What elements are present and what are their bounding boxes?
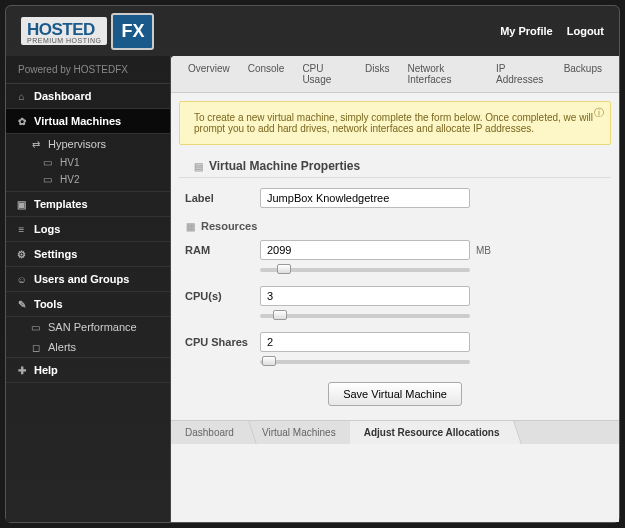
sidebar: Powered by HOSTEDFX ⌂Dashboard ✿Virtual …	[6, 56, 171, 522]
subsection-text: Resources	[201, 220, 257, 232]
home-icon: ⌂	[16, 91, 27, 102]
subsection-resources: ▦ Resources	[185, 214, 605, 234]
monitor-icon: ▭	[42, 157, 53, 168]
nav-label: Alerts	[48, 341, 76, 353]
my-profile-link[interactable]: My Profile	[500, 25, 553, 37]
cpu-slider[interactable]	[260, 314, 470, 318]
cpushares-slider[interactable]	[260, 360, 470, 364]
cpushares-label: CPU Shares	[185, 336, 260, 348]
cpu-label: CPU(s)	[185, 290, 260, 302]
nav-alerts[interactable]: ◻Alerts	[6, 337, 170, 358]
ram-label: RAM	[185, 244, 260, 256]
nav-virtual-machines[interactable]: ✿Virtual Machines	[6, 109, 170, 134]
main-panel: Overview Console CPU Usage Disks Network…	[171, 56, 619, 522]
ram-slider-row	[185, 266, 605, 280]
ram-slider-thumb[interactable]	[277, 264, 291, 274]
cpushares-slider-row	[185, 358, 605, 372]
nav-label: Settings	[34, 248, 77, 260]
gear-icon: ✿	[16, 116, 27, 127]
cpu-slider-thumb[interactable]	[273, 310, 287, 320]
logo-text-bottom: PREMIUM HOSTING	[27, 37, 101, 44]
logo: HOSTED PREMIUM HOSTING FX	[21, 13, 154, 50]
save-row: Save Virtual Machine	[185, 372, 605, 416]
logout-link[interactable]: Logout	[567, 25, 604, 37]
section-title-text: Virtual Machine Properties	[209, 159, 360, 173]
tab-backups[interactable]: Backups	[555, 56, 611, 92]
template-icon: ▣	[16, 199, 27, 210]
tab-disks[interactable]: Disks	[356, 56, 398, 92]
nav-label: Templates	[34, 198, 88, 210]
logo-fx: FX	[111, 13, 154, 50]
label-input[interactable]	[260, 188, 470, 208]
settings-icon: ⚙	[16, 249, 27, 260]
row-cpushares: CPU Shares	[185, 326, 605, 358]
cpushares-input[interactable]	[260, 332, 470, 352]
cpu-input[interactable]	[260, 286, 470, 306]
notice-text: To create a new virtual machine, simply …	[194, 112, 593, 134]
chart-icon: ▭	[30, 322, 41, 333]
breadcrumb-vm[interactable]: Virtual Machines	[248, 421, 350, 444]
monitor-icon: ▭	[42, 174, 53, 185]
nav-dashboard[interactable]: ⌂Dashboard	[6, 84, 170, 109]
info-icon: ⓘ	[594, 106, 604, 120]
nav-label: Tools	[34, 298, 63, 310]
ram-slider[interactable]	[260, 268, 470, 272]
breadcrumb: Dashboard Virtual Machines Adjust Resour…	[171, 420, 619, 444]
label-label: Label	[185, 192, 260, 204]
breadcrumb-adjust[interactable]: Adjust Resource Allocations	[350, 421, 514, 444]
tab-cpu-usage[interactable]: CPU Usage	[293, 56, 356, 92]
users-icon: ☺	[16, 274, 27, 285]
row-cpu: CPU(s)	[185, 280, 605, 312]
header: HOSTED PREMIUM HOSTING FX My Profile Log…	[6, 6, 619, 56]
section-properties: ▤ Virtual Machine Properties	[179, 153, 611, 178]
resources-icon: ▦	[185, 221, 196, 232]
tab-ip[interactable]: IP Addresses	[487, 56, 555, 92]
tab-network[interactable]: Network Interfaces	[398, 56, 486, 92]
powered-by: Powered by HOSTEDFX	[6, 56, 170, 84]
user-links: My Profile Logout	[500, 25, 604, 37]
nav-help[interactable]: ✚Help	[6, 358, 170, 383]
form: Label ▦ Resources RAM MB CPU(s)	[171, 178, 619, 420]
alert-icon: ◻	[30, 342, 41, 353]
row-ram: RAM MB	[185, 234, 605, 266]
nav: ⌂Dashboard ✿Virtual Machines ⇄Hypervisor…	[6, 84, 170, 383]
nav-label: Dashboard	[34, 90, 91, 102]
nav-label: Logs	[34, 223, 60, 235]
nav-tools[interactable]: ✎Tools	[6, 292, 170, 317]
nav-hv2[interactable]: ▭HV2	[6, 171, 170, 192]
logo-hosted: HOSTED PREMIUM HOSTING	[21, 17, 107, 45]
tools-icon: ✎	[16, 299, 27, 310]
help-icon: ✚	[16, 365, 27, 376]
breadcrumb-dashboard[interactable]: Dashboard	[171, 421, 248, 444]
tab-console[interactable]: Console	[239, 56, 294, 92]
logs-icon: ≡	[16, 224, 27, 235]
cpu-slider-row	[185, 312, 605, 326]
ram-input[interactable]	[260, 240, 470, 260]
nav-label: Help	[34, 364, 58, 376]
nav-hv1[interactable]: ▭HV1	[6, 154, 170, 171]
link-icon: ⇄	[30, 139, 41, 150]
nav-hypervisors[interactable]: ⇄Hypervisors	[6, 134, 170, 154]
nav-san[interactable]: ▭SAN Performance	[6, 317, 170, 337]
nav-users[interactable]: ☺Users and Groups	[6, 267, 170, 292]
nav-label: Virtual Machines	[34, 115, 121, 127]
nav-label: SAN Performance	[48, 321, 137, 333]
tabs: Overview Console CPU Usage Disks Network…	[171, 56, 619, 93]
ram-unit: MB	[476, 245, 491, 256]
nav-settings[interactable]: ⚙Settings	[6, 242, 170, 267]
tab-overview[interactable]: Overview	[179, 56, 239, 92]
row-label: Label	[185, 182, 605, 214]
cpushares-slider-thumb[interactable]	[262, 356, 276, 366]
server-icon: ▤	[193, 161, 204, 172]
save-button[interactable]: Save Virtual Machine	[328, 382, 462, 406]
notice-banner: ⓘ To create a new virtual machine, simpl…	[179, 101, 611, 145]
nav-label: Users and Groups	[34, 273, 129, 285]
nav-label: HV2	[60, 174, 79, 185]
nav-logs[interactable]: ≡Logs	[6, 217, 170, 242]
nav-label: HV1	[60, 157, 79, 168]
nav-label: Hypervisors	[48, 138, 106, 150]
nav-templates[interactable]: ▣Templates	[6, 192, 170, 217]
